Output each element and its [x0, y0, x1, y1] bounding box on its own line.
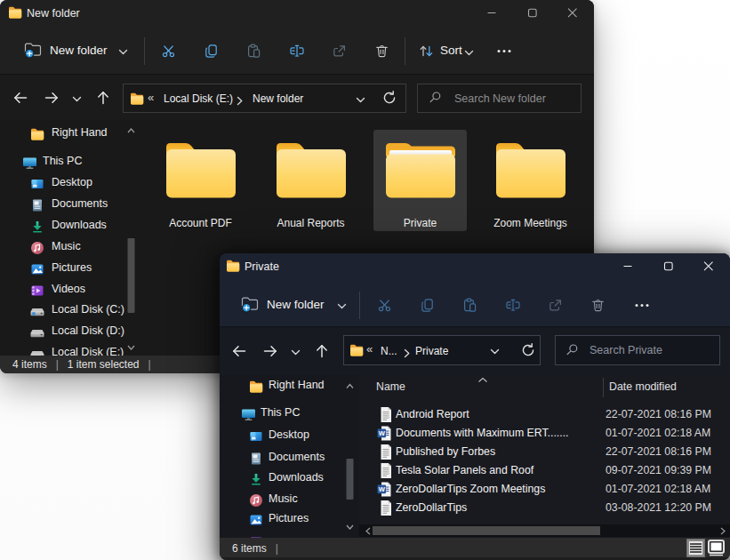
- svg-text:W: W: [379, 429, 386, 437]
- svg-text:W: W: [379, 485, 386, 493]
